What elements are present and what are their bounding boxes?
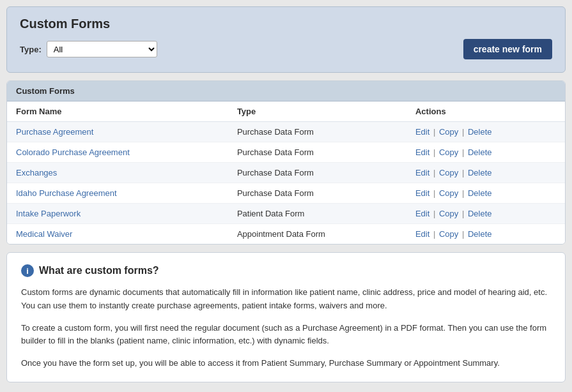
info-paragraph-1: Custom forms are dynamic documents that … bbox=[21, 286, 551, 313]
action-separator: | bbox=[431, 209, 438, 218]
action-separator: | bbox=[431, 147, 438, 157]
action-separator: | bbox=[460, 188, 467, 198]
table-row: ExchangesPurchase Data FormEdit | Copy |… bbox=[7, 163, 565, 183]
type-row: Type: AllPurchase Data FormPatient Data … bbox=[20, 39, 552, 59]
page-title: Custom Forms bbox=[20, 17, 552, 31]
form-name-link[interactable]: Intake Paperwork bbox=[16, 209, 81, 218]
col-form-name: Form Name bbox=[7, 102, 228, 122]
info-title-row: i What are custom forms? bbox=[21, 264, 551, 277]
form-name-cell: Idaho Purchase Agreement bbox=[7, 183, 228, 204]
col-actions: Actions bbox=[406, 102, 565, 122]
edit-link[interactable]: Edit bbox=[415, 127, 429, 137]
copy-link[interactable]: Copy bbox=[439, 209, 458, 218]
form-name-link[interactable]: Colorado Purchase Agreement bbox=[16, 147, 130, 157]
copy-link[interactable]: Copy bbox=[439, 168, 458, 177]
delete-link[interactable]: Delete bbox=[468, 188, 492, 198]
table-section: Custom Forms Form Name Type Actions Purc… bbox=[6, 80, 566, 245]
form-name-cell: Intake Paperwork bbox=[7, 204, 228, 224]
action-separator: | bbox=[431, 168, 438, 177]
action-separator: | bbox=[431, 188, 438, 198]
info-paragraphs: Custom forms are dynamic documents that … bbox=[21, 286, 551, 370]
delete-link[interactable]: Delete bbox=[468, 209, 492, 218]
page-wrapper: Custom Forms Type: AllPurchase Data Form… bbox=[0, 0, 572, 389]
form-type-cell: Patient Data Form bbox=[228, 204, 406, 224]
form-type-cell: Purchase Data Form bbox=[228, 163, 406, 183]
copy-link[interactable]: Copy bbox=[439, 147, 458, 157]
create-new-form-button[interactable]: create new form bbox=[463, 39, 552, 59]
form-actions-cell: Edit | Copy | Delete bbox=[406, 163, 565, 183]
form-name-cell: Exchanges bbox=[7, 163, 228, 183]
form-name-link[interactable]: Medical Waiver bbox=[16, 229, 72, 239]
form-type-cell: Purchase Data Form bbox=[228, 183, 406, 204]
form-type-cell: Appointment Data Form bbox=[228, 224, 406, 245]
table-row: Idaho Purchase AgreementPurchase Data Fo… bbox=[7, 183, 565, 204]
type-label: Type: bbox=[20, 45, 42, 54]
header-section: Custom Forms Type: AllPurchase Data Form… bbox=[6, 6, 566, 73]
form-name-cell: Colorado Purchase Agreement bbox=[7, 142, 228, 163]
table-row: Intake PaperworkPatient Data FormEdit | … bbox=[7, 204, 565, 224]
forms-tbody: Purchase AgreementPurchase Data FormEdit… bbox=[7, 122, 565, 245]
edit-link[interactable]: Edit bbox=[415, 147, 429, 157]
action-separator: | bbox=[460, 168, 467, 177]
info-section: i What are custom forms? Custom forms ar… bbox=[6, 252, 566, 382]
form-actions-cell: Edit | Copy | Delete bbox=[406, 122, 565, 142]
form-actions-cell: Edit | Copy | Delete bbox=[406, 142, 565, 163]
info-icon: i bbox=[21, 264, 34, 277]
type-select[interactable]: AllPurchase Data FormPatient Data FormAp… bbox=[47, 41, 157, 57]
action-separator: | bbox=[460, 147, 467, 157]
edit-link[interactable]: Edit bbox=[415, 229, 429, 239]
form-actions-cell: Edit | Copy | Delete bbox=[406, 183, 565, 204]
form-type-cell: Purchase Data Form bbox=[228, 122, 406, 142]
copy-link[interactable]: Copy bbox=[439, 229, 458, 239]
form-name-link[interactable]: Purchase Agreement bbox=[16, 127, 93, 137]
delete-link[interactable]: Delete bbox=[468, 229, 492, 239]
form-name-cell: Purchase Agreement bbox=[7, 122, 228, 142]
copy-link[interactable]: Copy bbox=[439, 127, 458, 137]
action-separator: | bbox=[460, 209, 467, 218]
delete-link[interactable]: Delete bbox=[468, 147, 492, 157]
table-header-row: Form Name Type Actions bbox=[7, 102, 565, 122]
col-type: Type bbox=[228, 102, 406, 122]
edit-link[interactable]: Edit bbox=[415, 188, 429, 198]
info-paragraph-3: Once you have the form set up, you will … bbox=[21, 357, 551, 370]
table-row: Purchase AgreementPurchase Data FormEdit… bbox=[7, 122, 565, 142]
action-separator: | bbox=[431, 229, 438, 239]
copy-link[interactable]: Copy bbox=[439, 188, 458, 198]
form-type-cell: Purchase Data Form bbox=[228, 142, 406, 163]
edit-link[interactable]: Edit bbox=[415, 209, 429, 218]
form-name-link[interactable]: Exchanges bbox=[16, 168, 57, 177]
action-separator: | bbox=[460, 229, 467, 239]
form-name-cell: Medical Waiver bbox=[7, 224, 228, 245]
action-separator: | bbox=[431, 127, 438, 137]
delete-link[interactable]: Delete bbox=[468, 127, 492, 137]
action-separator: | bbox=[460, 127, 467, 137]
form-actions-cell: Edit | Copy | Delete bbox=[406, 204, 565, 224]
table-row: Colorado Purchase AgreementPurchase Data… bbox=[7, 142, 565, 163]
table-section-title: Custom Forms bbox=[7, 81, 565, 102]
type-label-group: Type: AllPurchase Data FormPatient Data … bbox=[20, 41, 157, 57]
info-title: What are custom forms? bbox=[39, 265, 159, 276]
form-actions-cell: Edit | Copy | Delete bbox=[406, 224, 565, 245]
table-row: Medical WaiverAppointment Data FormEdit … bbox=[7, 224, 565, 245]
form-name-link[interactable]: Idaho Purchase Agreement bbox=[16, 188, 117, 198]
edit-link[interactable]: Edit bbox=[415, 168, 429, 177]
forms-table: Form Name Type Actions Purchase Agreemen… bbox=[7, 102, 565, 244]
delete-link[interactable]: Delete bbox=[468, 168, 492, 177]
info-paragraph-2: To create a custom form, you will first … bbox=[21, 322, 551, 349]
